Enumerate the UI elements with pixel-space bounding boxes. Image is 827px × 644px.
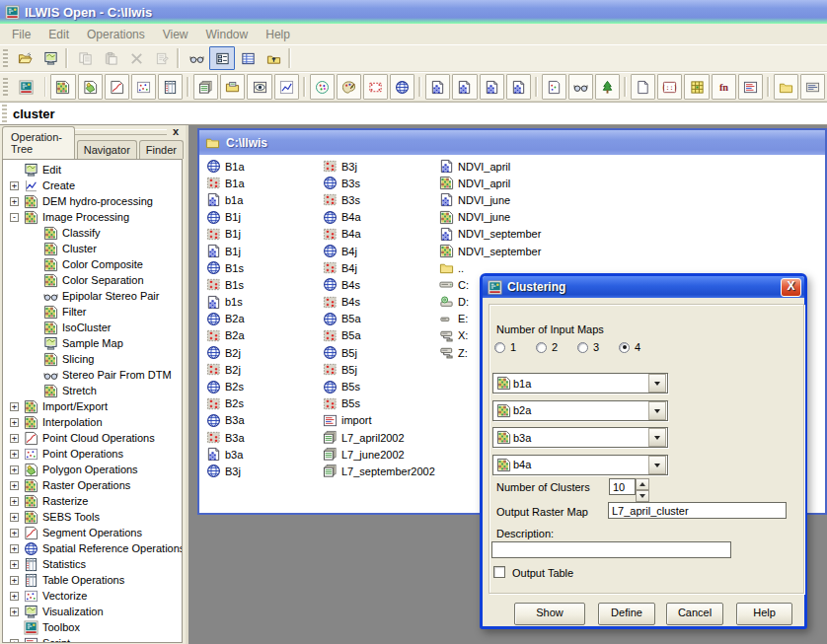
dialog-title-bar[interactable]: Clustering X (483, 276, 804, 298)
catalog-item[interactable]: B2j (205, 361, 245, 378)
open-object-button[interactable] (220, 74, 245, 100)
tree-item-dem-hydro-processing[interactable]: +DEM hydro-processing (3, 193, 182, 209)
catalog-item[interactable]: B2s (205, 378, 245, 394)
ilwis-home-button[interactable] (12, 74, 40, 100)
tree-item-script[interactable]: +Script (3, 635, 182, 643)
new-segment-map-button[interactable] (105, 74, 129, 100)
new-sample-set-button[interactable] (542, 74, 566, 100)
details-view-button[interactable] (235, 46, 261, 70)
catalog-item[interactable]: B2s (205, 395, 245, 412)
open-map-window-button[interactable] (38, 46, 63, 70)
tree-item-image-processing[interactable]: -Image Processing (3, 209, 182, 225)
catalog-item[interactable]: B5s (322, 378, 435, 394)
expand-icon[interactable]: + (10, 481, 19, 490)
tree-item-slicing[interactable]: Slicing (3, 351, 182, 367)
catalog-item[interactable]: B3a (205, 429, 245, 446)
expand-icon[interactable]: + (10, 497, 19, 506)
tree-item-segment-operations[interactable]: +Segment Operations (3, 525, 182, 540)
catalog-item[interactable]: B1a (205, 175, 245, 191)
tree-item-edit[interactable]: Edit (3, 162, 182, 178)
catalog-item[interactable]: B3s (322, 191, 435, 208)
menu-view[interactable]: View (154, 25, 197, 44)
tree-item-point-cloud-operations[interactable]: +Point Cloud Operations (3, 430, 182, 446)
collapse-icon[interactable]: - (10, 213, 19, 222)
catalog-item[interactable]: B1j (205, 243, 245, 259)
catalog-item[interactable]: B1j (205, 226, 245, 243)
chevron-down-icon[interactable] (648, 428, 666, 447)
catalog-item[interactable]: B4j (322, 259, 435, 276)
command-line-input[interactable] (11, 106, 785, 122)
copy-button[interactable] (72, 46, 98, 70)
tree-item-color-composite[interactable]: Color Composite (3, 256, 182, 272)
expand-icon[interactable]: + (10, 434, 19, 443)
tree-item-toolbox[interactable]: Toolbox (3, 619, 182, 635)
output-table-checkbox[interactable] (493, 566, 505, 578)
expand-icon[interactable]: + (10, 639, 19, 644)
menu-window[interactable]: Window (197, 25, 258, 44)
chevron-down-icon[interactable] (648, 456, 666, 474)
clusters-input[interactable] (609, 478, 636, 495)
input-map-combo-4[interactable]: b4a (492, 455, 668, 475)
help-button[interactable]: Help (736, 603, 792, 625)
expand-icon[interactable]: + (10, 592, 19, 601)
dependent-raster-c-button[interactable] (480, 74, 504, 100)
catalog-item[interactable]: B3s (322, 175, 435, 191)
new-function-button[interactable]: fn (712, 74, 736, 100)
new-graph-button[interactable] (274, 74, 299, 100)
catalog-item[interactable]: NDVI_september (438, 226, 541, 243)
chevron-down-icon[interactable] (648, 401, 666, 420)
tree-item-point-operations[interactable]: +Point Operations (3, 446, 182, 462)
catalog-item[interactable]: B5s (322, 395, 435, 412)
catalog-item[interactable]: B5j (322, 344, 435, 361)
new-map-list-button[interactable] (193, 74, 218, 100)
expand-icon[interactable]: + (10, 450, 19, 459)
menu-operations[interactable]: Operations (78, 25, 154, 44)
catalog-item[interactable]: b1s (205, 294, 245, 311)
tree-item-visualization[interactable]: +Visualization (3, 604, 182, 619)
radio-icon[interactable] (577, 342, 588, 353)
new-stereo-pair-button[interactable] (568, 74, 593, 100)
radio-icon[interactable] (619, 342, 630, 353)
catalog-item[interactable]: B4s (322, 294, 435, 311)
catalog-item[interactable]: B1a (205, 158, 245, 175)
new-layout-button[interactable] (631, 74, 655, 100)
tree-item-interpolation[interactable]: +Interpolation (3, 414, 182, 430)
catalog-item[interactable]: NDVI_june (438, 209, 541, 226)
input-map-combo-3[interactable]: b3a (492, 427, 668, 448)
catalog-item[interactable]: NDVI_september (438, 243, 541, 259)
tree-item-polygon-operations[interactable]: +Polygon Operations (3, 462, 182, 477)
catalog-item[interactable]: B1s (205, 259, 245, 276)
new-script-button[interactable] (738, 74, 763, 100)
expand-icon[interactable]: + (10, 529, 19, 537)
catalog-item[interactable]: b3a (205, 446, 245, 463)
catalog-item[interactable]: B4j (322, 243, 435, 259)
tree-item-sebs-tools[interactable]: +SEBS Tools (3, 509, 182, 525)
dependent-raster-d-button[interactable] (506, 74, 531, 100)
catalog-item[interactable]: B3j (322, 158, 435, 175)
menu-file[interactable]: File (3, 25, 39, 44)
new-matrix-button[interactable] (684, 74, 709, 100)
expand-icon[interactable]: + (10, 560, 19, 569)
catalog-item[interactable]: B1s (205, 276, 245, 293)
tree-item-stretch[interactable]: Stretch (3, 383, 182, 398)
new-domain-button[interactable] (310, 74, 335, 100)
spinner-down-icon[interactable] (636, 490, 649, 502)
new-polygon-map-button[interactable] (78, 74, 103, 100)
catalog-item[interactable]: B4a (322, 226, 435, 243)
tree-item-classify[interactable]: Classify (3, 225, 182, 241)
dependent-raster-b-button[interactable] (452, 74, 477, 100)
comment-button[interactable] (800, 74, 825, 100)
tree-item-stereo-pair-from-dtm[interactable]: Stereo Pair From DTM (3, 367, 182, 383)
tree-item-import-export[interactable]: +Import/Export (3, 398, 182, 414)
catalog-item[interactable]: NDVI_april (438, 158, 541, 175)
radio-icon[interactable] (536, 342, 547, 353)
dialog-close-button[interactable]: X (781, 278, 801, 297)
input-map-combo-1[interactable]: b1a (492, 373, 668, 394)
tab-navigator[interactable]: Navigator (77, 140, 137, 159)
tree-item-filter[interactable]: Filter (3, 304, 182, 320)
expand-icon[interactable]: + (10, 576, 19, 585)
expand-icon[interactable]: + (10, 418, 19, 427)
radio-icon[interactable] (494, 342, 505, 353)
description-input[interactable] (491, 541, 731, 558)
menu-help[interactable]: Help (257, 25, 299, 44)
